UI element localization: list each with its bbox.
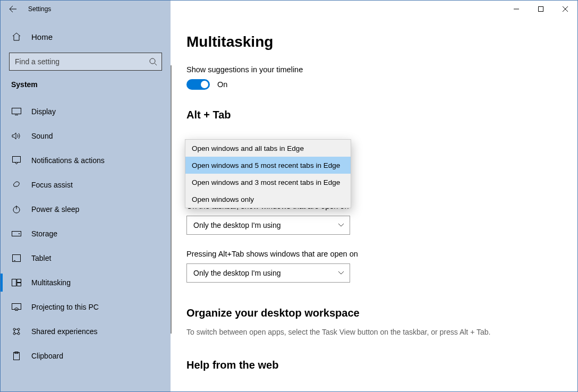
sidebar-item-sound[interactable]: Sound: [1, 124, 171, 148]
svg-point-16: [18, 333, 20, 335]
dropdown-value: Only the desktop I'm using: [193, 221, 281, 229]
projecting-icon: [11, 302, 22, 312]
minimize-button[interactable]: [504, 1, 529, 18]
notifications-icon: [11, 155, 22, 166]
titlebar: Settings: [1, 1, 577, 18]
search-icon: [149, 57, 157, 66]
window-title: Settings: [28, 5, 51, 13]
sidebar-item-focus-assist[interactable]: Focus assist: [1, 173, 171, 197]
sidebar-item-multitasking[interactable]: Multitasking: [1, 270, 171, 295]
sidebar-item-power-sleep[interactable]: Power & sleep: [1, 197, 171, 221]
alt-tab-dropdown-popup: Open windows and all tabs in Edge Open w…: [185, 139, 351, 208]
alt-tab-option[interactable]: Open windows and all tabs in Edge: [185, 140, 351, 157]
svg-point-13: [13, 328, 15, 330]
chevron-down-icon: [338, 271, 344, 275]
svg-rect-11: [17, 283, 21, 286]
svg-point-6: [19, 233, 20, 234]
svg-rect-12: [12, 304, 21, 310]
settings-window: Settings Home: [0, 0, 578, 392]
sidebar-item-label: Shared experiences: [31, 327, 98, 336]
svg-rect-3: [13, 157, 21, 163]
sidebar-item-label: Storage: [31, 229, 57, 238]
home-button[interactable]: Home: [1, 26, 171, 47]
sidebar-item-display[interactable]: Display: [1, 99, 171, 124]
minimize-icon: [514, 6, 519, 12]
focus-assist-icon: [11, 180, 22, 190]
sidebar-category: System: [1, 80, 171, 89]
sidebar-item-label: Projecting to this PC: [31, 303, 99, 311]
clipboard-icon: [11, 351, 22, 361]
svg-rect-0: [539, 7, 543, 12]
maximize-button[interactable]: [529, 1, 553, 18]
timeline-toggle[interactable]: [186, 79, 210, 90]
arrow-left-icon: [8, 5, 17, 13]
home-label: Home: [31, 32, 53, 41]
timeline-toggle-state: On: [217, 80, 227, 89]
close-button[interactable]: [553, 1, 577, 18]
maximize-icon: [538, 6, 543, 12]
sidebar-item-label: Clipboard: [31, 352, 63, 360]
svg-rect-7: [13, 255, 21, 262]
organize-help-text: To switch between open apps, select the …: [186, 327, 526, 338]
sidebar-item-clipboard[interactable]: Clipboard: [1, 344, 171, 368]
back-button[interactable]: [1, 1, 25, 18]
organize-heading: Organize your desktop workspace: [186, 307, 577, 319]
sidebar-item-storage[interactable]: Storage: [1, 221, 171, 246]
alttab-windows-dropdown[interactable]: Only the desktop I'm using: [186, 263, 350, 283]
svg-rect-2: [12, 108, 21, 114]
sidebar-item-projecting[interactable]: Projecting to this PC: [1, 295, 171, 319]
search-input[interactable]: [15, 57, 149, 66]
sidebar-item-label: Multitasking: [31, 278, 71, 287]
sound-icon: [11, 131, 22, 141]
alttab-windows-label: Pressing Alt+Tab shows windows that are …: [186, 250, 577, 258]
sidebar-item-label: Notifications & actions: [31, 156, 105, 165]
sidebar-item-tablet[interactable]: Tablet: [1, 246, 171, 270]
svg-point-14: [18, 328, 20, 330]
search-box[interactable]: [9, 53, 162, 71]
taskbar-windows-dropdown[interactable]: Only the desktop I'm using: [186, 216, 350, 235]
window-controls: [504, 1, 577, 18]
shared-experiences-icon: [11, 326, 22, 337]
home-icon: [11, 31, 22, 42]
sidebar-item-label: Focus assist: [31, 181, 73, 189]
close-icon: [563, 6, 568, 12]
svg-rect-8: [14, 260, 15, 261]
sidebar-item-label: Tablet: [31, 254, 51, 262]
sidebar-nav: Display Sound Notifications & actions Fo…: [1, 99, 171, 368]
svg-point-1: [150, 58, 155, 64]
svg-rect-9: [12, 279, 16, 286]
alt-tab-option[interactable]: Open windows only: [185, 191, 351, 208]
page-title: Multitasking: [186, 33, 577, 50]
help-from-web-heading: Help from the web: [186, 359, 577, 371]
sidebar-item-label: Display: [31, 107, 56, 116]
sidebar-item-label: Sound: [31, 132, 53, 140]
alt-tab-option[interactable]: Open windows and 3 most recent tabs in E…: [185, 174, 351, 191]
svg-rect-10: [17, 279, 21, 283]
multitasking-icon: [11, 277, 22, 288]
dropdown-value: Only the desktop I'm using: [193, 269, 281, 277]
storage-icon: [11, 228, 22, 239]
sidebar: Home System Display Sound: [1, 18, 171, 391]
svg-point-15: [13, 333, 15, 335]
chevron-down-icon: [338, 223, 344, 227]
tablet-icon: [11, 253, 22, 263]
sidebar-item-label: Power & sleep: [31, 205, 79, 214]
power-icon: [11, 204, 22, 215]
alt-tab-option[interactable]: Open windows and 5 most recent tabs in E…: [185, 157, 351, 174]
sidebar-item-notifications[interactable]: Notifications & actions: [1, 148, 171, 173]
alt-tab-heading: Alt + Tab: [186, 109, 577, 121]
display-icon: [11, 106, 22, 117]
sidebar-item-shared-experiences[interactable]: Shared experiences: [1, 319, 171, 344]
timeline-suggestions-label: Show suggestions in your timeline: [186, 65, 577, 74]
